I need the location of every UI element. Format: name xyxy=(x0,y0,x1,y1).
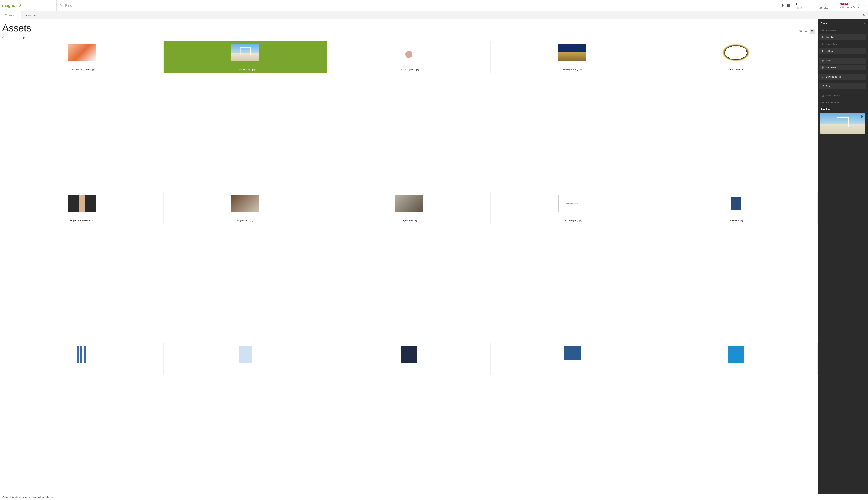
svg-point-14 xyxy=(5,15,7,16)
brand-text: magnolia xyxy=(2,3,20,8)
asset-filename: blog-writer-2.jpg xyxy=(401,219,417,222)
mic-icon[interactable] xyxy=(781,4,784,7)
asset-detail-panel: Asset Paste itemLock itemUnlock itemAdd … xyxy=(818,19,868,494)
asset-cell[interactable]: blue-jeans.jpg xyxy=(654,192,818,224)
unpublish-icon xyxy=(821,66,824,69)
action-label: Download asset xyxy=(826,76,842,78)
tab-bar: Assets Image bank xyxy=(0,11,868,19)
asset-cell[interactable]: black-bangle.jpg xyxy=(654,41,818,73)
asset-cell[interactable] xyxy=(163,343,327,375)
messages-count: 0 xyxy=(819,2,834,6)
tasks-count: 0 xyxy=(796,2,811,6)
asset-grid: beach-wedding-drinks.jpgbeach-wedding.jp… xyxy=(0,41,818,494)
svg-point-5 xyxy=(789,5,790,6)
svg-point-11 xyxy=(865,6,865,7)
action-label: Lock item xyxy=(826,36,835,38)
status-bar: /Edouard/Blog/beach-wedding-style/beach-… xyxy=(0,494,868,500)
asset-filename: beige-nail-polish.jpg xyxy=(399,68,419,71)
asset-thumbnail xyxy=(559,44,586,61)
asset-thumbnail xyxy=(395,195,423,212)
logo[interactable]: magnolia® xyxy=(0,0,56,11)
tree-icon xyxy=(799,30,802,33)
action-label: Show versions xyxy=(826,94,840,97)
preview-title: Preview xyxy=(820,108,865,111)
search-icon xyxy=(2,36,5,39)
tree-view-button[interactable] xyxy=(798,29,803,34)
svg-point-12 xyxy=(5,14,6,15)
tab-label: Image bank xyxy=(25,14,38,16)
filter-search-button[interactable] xyxy=(2,36,5,39)
asset-thumbnail xyxy=(401,346,417,363)
panel-title: Asset xyxy=(820,22,828,25)
search-input[interactable] xyxy=(65,3,778,8)
asset-cell[interactable]: blog-writer-1.jpg xyxy=(163,192,327,224)
close-tab-button[interactable] xyxy=(860,11,868,19)
svg-point-2 xyxy=(789,4,790,5)
asset-cell[interactable]: blog-edouard-header.jpg xyxy=(0,192,163,224)
action-download[interactable]: Download asset xyxy=(819,74,866,80)
asset-thumbnail xyxy=(231,44,259,61)
action-restore: Restore version xyxy=(819,100,866,105)
asset-thumbnail xyxy=(731,195,741,212)
workspace: Assets beach-wedding-drinks.jpgbeach-wed… xyxy=(0,19,868,494)
asset-thumbnail xyxy=(68,195,96,212)
messages-indicator[interactable]: 0 Messages xyxy=(815,0,837,11)
asset-cell[interactable]: berlin-germany.jpg xyxy=(491,41,654,73)
asset-cell[interactable] xyxy=(327,343,491,375)
asset-cell[interactable] xyxy=(0,343,163,375)
page-header: Assets xyxy=(0,19,818,34)
preview-section: Preview xyxy=(818,105,868,136)
grid-view-button[interactable] xyxy=(810,29,814,34)
overflow-menu-button[interactable] xyxy=(862,0,868,11)
svg-point-9 xyxy=(865,4,865,5)
thumbnail-size-slider[interactable] xyxy=(7,38,24,38)
page-title: Assets xyxy=(2,22,31,34)
action-label: Export xyxy=(826,85,832,88)
brand-dot: ® xyxy=(20,4,22,7)
panel-header[interactable]: Asset xyxy=(818,19,868,27)
action-unpublish[interactable]: Unpublish xyxy=(819,65,866,70)
tag-icon xyxy=(821,50,824,53)
versions-icon xyxy=(821,94,824,97)
svg-point-10 xyxy=(865,5,865,6)
tab-label: Assets xyxy=(9,14,16,16)
asset-cell[interactable]: beach-wedding-drinks.jpg xyxy=(0,41,163,73)
svg-point-6 xyxy=(787,6,788,7)
asset-thumbnail: Bloom with Spring xyxy=(559,195,586,212)
paste-icon xyxy=(821,29,824,32)
svg-point-4 xyxy=(788,5,789,6)
list-view-button[interactable] xyxy=(804,29,809,34)
lock-icon xyxy=(821,36,824,38)
user-role: e-Commerce Author xyxy=(841,6,859,9)
asset-thumbnail xyxy=(564,346,581,360)
preview-thumbnail[interactable] xyxy=(820,113,865,134)
tab-assets[interactable]: Assets xyxy=(0,11,21,19)
tasks-indicator[interactable]: 0 Tasks xyxy=(793,0,815,11)
download-icon xyxy=(821,76,824,78)
action-label: Paste item xyxy=(826,29,836,32)
env-badge: PROD xyxy=(841,3,848,5)
asset-cell[interactable]: beach-wedding.jpg xyxy=(163,41,327,73)
asset-cell[interactable]: Bloom with Springbloom-in-spring.jpg xyxy=(491,192,654,224)
action-lock[interactable]: Lock item xyxy=(819,34,866,40)
unlock-icon xyxy=(821,43,824,45)
tab-image-bank[interactable]: Image bank xyxy=(21,11,43,19)
action-tag[interactable]: Add tags xyxy=(819,48,866,54)
asset-cell[interactable] xyxy=(491,343,654,375)
action-list: Paste itemLock itemUnlock itemAdd tagsPu… xyxy=(818,27,868,105)
action-label: Unpublish xyxy=(826,66,836,69)
tasks-label: Tasks xyxy=(796,7,811,9)
action-publish[interactable]: Publish xyxy=(819,58,866,64)
asset-filename: beach-wedding.jpg xyxy=(236,68,255,71)
asset-cell[interactable] xyxy=(654,343,818,375)
app-launcher-icon[interactable] xyxy=(787,4,790,7)
action-label: Unlock item xyxy=(826,43,837,45)
asset-cell[interactable]: blog-writer-2.jpg xyxy=(327,192,491,224)
asset-cell[interactable]: beige-nail-polish.jpg xyxy=(327,41,491,73)
action-export[interactable]: Export xyxy=(819,83,866,89)
user-info[interactable]: PROD e-Commerce Author xyxy=(837,0,862,11)
asset-filename: black-bangle.jpg xyxy=(728,68,744,71)
list-icon xyxy=(805,30,808,33)
global-search xyxy=(56,0,793,11)
grid-icon xyxy=(811,30,814,33)
